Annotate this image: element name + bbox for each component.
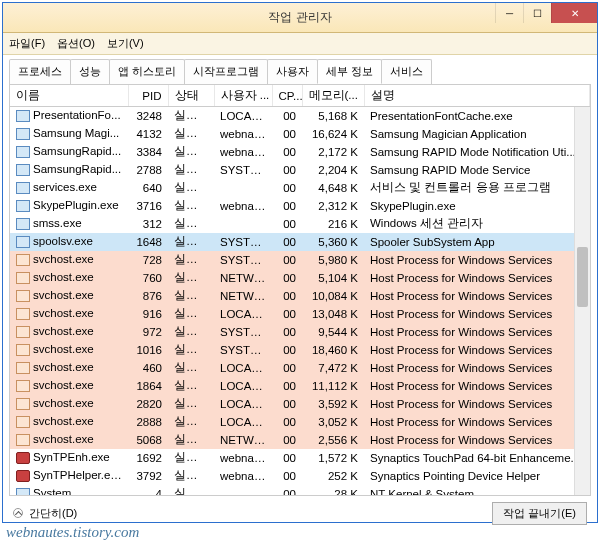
process-status: 실행 중: [168, 215, 214, 233]
process-desc: Samsung RAPID Mode Service: [364, 161, 590, 179]
process-row[interactable]: smss.exe312실행 중00216 KWindows 세션 관리자: [10, 215, 590, 233]
process-status: 실행 중: [168, 359, 214, 377]
maximize-button[interactable]: ☐: [523, 3, 551, 23]
process-mem: 18,460 K: [302, 341, 364, 359]
process-icon: [16, 308, 30, 320]
process-row[interactable]: SamsungRapid...3384실행 중webnau...002,172 …: [10, 143, 590, 161]
col-name[interactable]: 이름: [10, 85, 128, 107]
process-user: LOCAL ...: [214, 107, 272, 125]
process-row[interactable]: svchost.exe728실행 중SYSTEM005,980 KHost Pr…: [10, 251, 590, 269]
process-mem: 2,204 K: [302, 161, 364, 179]
process-name: Samsung Magi...: [33, 127, 119, 139]
minimize-button[interactable]: ─: [495, 3, 523, 23]
menubar: 파일(F) 옵션(O) 보기(V): [3, 33, 597, 55]
process-status: 실행 중: [168, 107, 214, 125]
process-row[interactable]: SkypePlugin.exe3716실행 중webnau...002,312 …: [10, 197, 590, 215]
process-row[interactable]: SynTPHelper.exe3792실행 중webnau...00252 KS…: [10, 467, 590, 485]
process-row[interactable]: Samsung Magi...4132실행 중webnau...0016,624…: [10, 125, 590, 143]
process-mem: 3,592 K: [302, 395, 364, 413]
process-desc: Samsung RAPID Mode Notification Uti...: [364, 143, 590, 161]
col-user[interactable]: 사용자 ...: [214, 85, 272, 107]
process-row[interactable]: spoolsv.exe1648실행 중SYSTEM005,360 KSpoole…: [10, 233, 590, 251]
process-pid: 876: [128, 287, 168, 305]
tab-4[interactable]: 사용자: [267, 59, 318, 84]
process-desc: Synaptics TouchPad 64-bit Enhanceme...: [364, 449, 590, 467]
col-pid[interactable]: PID: [128, 85, 168, 107]
process-user: SYSTEM: [214, 233, 272, 251]
col-desc[interactable]: 설명: [364, 85, 590, 107]
process-icon: [16, 488, 30, 495]
process-row[interactable]: svchost.exe2820실행 중LOCAL ...003,592 KHos…: [10, 395, 590, 413]
process-row[interactable]: svchost.exe972실행 중SYSTEM009,544 KHost Pr…: [10, 323, 590, 341]
process-name: svchost.exe: [33, 289, 94, 301]
process-desc: PresentationFontCache.exe: [364, 107, 590, 125]
process-desc: Spooler SubSystem App: [364, 233, 590, 251]
col-mem[interactable]: 메모리(...: [302, 85, 364, 107]
process-cpu: 00: [272, 215, 302, 233]
menu-options[interactable]: 옵션(O): [57, 36, 95, 51]
tab-0[interactable]: 프로세스: [9, 59, 71, 84]
process-icon: [16, 290, 30, 302]
process-row[interactable]: svchost.exe876실행 중NETWO...0010,084 KHost…: [10, 287, 590, 305]
process-pid: 5068: [128, 431, 168, 449]
process-row[interactable]: svchost.exe460실행 중LOCAL ...007,472 KHost…: [10, 359, 590, 377]
process-cpu: 00: [272, 377, 302, 395]
close-button[interactable]: ✕: [551, 3, 597, 23]
process-row[interactable]: svchost.exe2888실행 중LOCAL ...003,052 KHos…: [10, 413, 590, 431]
process-row[interactable]: svchost.exe760실행 중NETWO...005,104 KHost …: [10, 269, 590, 287]
col-status[interactable]: 상태: [168, 85, 214, 107]
process-status: 실행 중: [168, 485, 214, 496]
process-icon: [16, 164, 30, 176]
vertical-scrollbar[interactable]: [574, 107, 590, 495]
process-user: LOCAL ...: [214, 377, 272, 395]
process-pid: 4: [128, 485, 168, 496]
fewer-details-label: 간단히(D): [29, 506, 77, 521]
tab-6[interactable]: 서비스: [381, 59, 432, 84]
process-pid: 4132: [128, 125, 168, 143]
process-status: 실행 중: [168, 377, 214, 395]
tab-1[interactable]: 성능: [70, 59, 110, 84]
process-row[interactable]: SamsungRapid...2788실행 중SYSTEM002,204 KSa…: [10, 161, 590, 179]
window-controls: ─ ☐ ✕: [495, 3, 597, 23]
process-pid: 460: [128, 359, 168, 377]
fewer-details-button[interactable]: 간단히(D): [13, 506, 77, 521]
process-name: SkypePlugin.exe: [33, 199, 119, 211]
process-mem: 9,544 K: [302, 323, 364, 341]
menu-file[interactable]: 파일(F): [9, 36, 45, 51]
end-task-button[interactable]: 작업 끝내기(E): [492, 502, 587, 525]
process-status: 실행 중: [168, 233, 214, 251]
process-pid: 640: [128, 179, 168, 197]
process-user: NETWO...: [214, 287, 272, 305]
menu-view[interactable]: 보기(V): [107, 36, 144, 51]
tab-2[interactable]: 앱 히스토리: [109, 59, 185, 84]
process-desc: SkypePlugin.exe: [364, 197, 590, 215]
process-name: services.exe: [33, 181, 97, 193]
process-icon: [16, 416, 30, 428]
process-row[interactable]: SynTPEnh.exe1692실행 중webnau...001,572 KSy…: [10, 449, 590, 467]
process-mem: 28 K: [302, 485, 364, 496]
process-name: System: [33, 487, 71, 495]
process-row[interactable]: services.exe640실행 중004,648 K서비스 및 컨트롤러 응…: [10, 179, 590, 197]
process-name: svchost.exe: [33, 271, 94, 283]
process-row[interactable]: svchost.exe5068실행 중NETWO...002,556 KHost…: [10, 431, 590, 449]
process-cpu: 00: [272, 431, 302, 449]
tab-3[interactable]: 시작프로그램: [184, 59, 268, 84]
process-user: webnau...: [214, 467, 272, 485]
process-mem: 5,360 K: [302, 233, 364, 251]
col-cpu[interactable]: CP...: [272, 85, 302, 107]
process-row[interactable]: svchost.exe916실행 중LOCAL ...0013,048 KHos…: [10, 305, 590, 323]
process-name: svchost.exe: [33, 379, 94, 391]
process-row[interactable]: svchost.exe1864실행 중LOCAL ...0011,112 KHo…: [10, 377, 590, 395]
process-row[interactable]: svchost.exe1016실행 중SYSTEM0018,460 KHost …: [10, 341, 590, 359]
process-name: svchost.exe: [33, 343, 94, 355]
process-status: 실행 중: [168, 305, 214, 323]
process-mem: 216 K: [302, 215, 364, 233]
process-row[interactable]: System4실행 중0028 KNT Kernel & System: [10, 485, 590, 496]
titlebar[interactable]: 작업 관리자 ─ ☐ ✕: [3, 3, 597, 33]
process-status: 실행 중: [168, 125, 214, 143]
tab-5[interactable]: 세부 정보: [317, 59, 382, 84]
process-row[interactable]: PresentationFo...3248실행 중LOCAL ...005,16…: [10, 107, 590, 125]
process-cpu: 00: [272, 305, 302, 323]
process-name: SamsungRapid...: [33, 145, 121, 157]
scroll-thumb[interactable]: [577, 247, 588, 307]
